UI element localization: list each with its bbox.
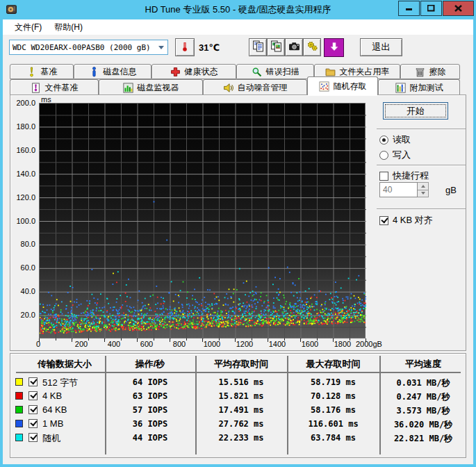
temperature-value: 31℃ bbox=[199, 42, 220, 53]
radio-unselected-icon bbox=[379, 151, 388, 160]
spinner-buttons bbox=[418, 182, 429, 197]
thermometer-icon bbox=[180, 41, 190, 54]
table-row: 64 KB 57 IOPS 17.491 ms 58.176 ms 3.573 … bbox=[10, 404, 466, 418]
menubar: 文件(F) 帮助(H) bbox=[3, 19, 473, 35]
copy-image-button[interactable] bbox=[267, 38, 285, 56]
tab-row-1: 基准 磁盘信息 健康状态 错误扫描 文件夹占用率 擦除 bbox=[10, 64, 460, 79]
results-table: 传输数据大小 操作/秒 平均存取时间 最大存取时间 平均速度 512 字节 64… bbox=[10, 353, 466, 458]
series-checkbox[interactable] bbox=[28, 405, 38, 414]
tab-error-scan[interactable]: 错误扫描 bbox=[236, 64, 314, 79]
camera-icon bbox=[288, 40, 300, 54]
titlebar: HD Tune 专业版 5.50 - 硬盘/固态硬盘实用程序 bbox=[0, 0, 476, 19]
series-color-swatch bbox=[15, 420, 23, 427]
magnifier-icon bbox=[252, 67, 262, 77]
y-tick-label: 40.0 bbox=[21, 287, 35, 295]
start-button[interactable]: 开始 bbox=[383, 102, 448, 120]
series-checkbox[interactable] bbox=[28, 391, 38, 400]
separator bbox=[377, 165, 466, 166]
short-stroke-checkbox[interactable]: 快捷行程 bbox=[379, 170, 429, 182]
options-button[interactable] bbox=[303, 38, 321, 56]
tab-benchmark[interactable]: 基准 bbox=[10, 64, 74, 79]
col-header-transfer-size: 传输数据大小 bbox=[24, 358, 105, 370]
checkbox-unchecked-icon bbox=[379, 172, 388, 181]
y-tick-label: 100.0 bbox=[16, 217, 35, 225]
write-radio[interactable]: 写入 bbox=[379, 149, 411, 161]
copy-text-button[interactable] bbox=[249, 38, 267, 56]
menu-file[interactable]: 文件(F) bbox=[8, 20, 48, 35]
info-icon bbox=[89, 67, 99, 77]
series-color-swatch bbox=[15, 434, 23, 441]
exit-button[interactable]: 退出 bbox=[360, 38, 402, 56]
short-stroke-unit: gB bbox=[445, 185, 457, 195]
short-stroke-size-field: 40 gB bbox=[379, 182, 457, 197]
update-button[interactable] bbox=[324, 38, 344, 57]
screenshot-button[interactable] bbox=[285, 38, 303, 56]
drive-select-value: WDC WD20EARX-00PASB0 (2000 gB) bbox=[13, 43, 151, 52]
app-window: HD Tune 专业版 5.50 - 硬盘/固态硬盘实用程序 文件(F) 帮助(… bbox=[0, 0, 476, 467]
radio-selected-icon bbox=[379, 136, 388, 145]
maximize-button[interactable] bbox=[420, 1, 442, 16]
tab-row-2: 文件基准 磁盘监视器 自动噪音管理 随机存取 附加测试 bbox=[10, 79, 460, 95]
spin-up-button[interactable] bbox=[418, 183, 428, 190]
y-tick-label: 20.0 bbox=[21, 311, 35, 319]
series-checkbox[interactable] bbox=[28, 419, 38, 428]
series-checkbox[interactable] bbox=[28, 433, 38, 442]
minimize-button[interactable] bbox=[398, 1, 420, 16]
short-stroke-size-input[interactable]: 40 bbox=[379, 182, 418, 197]
copy-image-icon bbox=[270, 40, 282, 54]
separator bbox=[377, 208, 466, 210]
x-axis-labels: 0200400600800100012001400160018002000gB bbox=[39, 340, 386, 350]
tab-random-access[interactable]: 随机存取 bbox=[307, 76, 378, 95]
table-row: 512 字节 64 IOPS 15.516 ms 58.719 ms 0.031… bbox=[10, 376, 466, 390]
trash-icon bbox=[415, 67, 425, 77]
chevron-down-icon[interactable] bbox=[155, 41, 167, 54]
series-color-swatch bbox=[15, 406, 23, 413]
tab-extra-tests[interactable]: 附加测试 bbox=[378, 79, 460, 95]
exclamation-icon bbox=[26, 67, 37, 77]
tab-disk-monitor[interactable]: 磁盘监视器 bbox=[99, 79, 203, 95]
folder-icon bbox=[325, 67, 336, 77]
y-axis-labels: 20.040.060.080.0100.0120.0140.0160.0180.… bbox=[10, 103, 37, 338]
table-row: 4 KB 63 IOPS 15.821 ms 70.128 ms 0.247 M… bbox=[10, 390, 466, 404]
tab-disk-info[interactable]: 磁盘信息 bbox=[74, 64, 151, 79]
close-button[interactable] bbox=[443, 1, 474, 16]
checkbox-checked-icon bbox=[379, 216, 388, 225]
x-tick-label: 0 bbox=[36, 340, 50, 348]
tab-health[interactable]: 健康状态 bbox=[151, 64, 236, 79]
random-access-panel: ms 20.040.060.080.0100.0120.0140.0160.01… bbox=[10, 95, 466, 351]
file-exclamation-icon bbox=[31, 83, 41, 93]
read-radio[interactable]: 读取 bbox=[379, 133, 411, 146]
y-tick-label: 60.0 bbox=[21, 263, 35, 272]
series-color-swatch bbox=[15, 392, 23, 400]
table-row: 1 MB 36 IOPS 27.762 ms 116.601 ms 36.020… bbox=[10, 418, 466, 432]
y-tick-label: 200.0 bbox=[16, 99, 35, 107]
options-gears-icon bbox=[306, 40, 318, 54]
tab-file-benchmark[interactable]: 文件基准 bbox=[10, 79, 99, 95]
temperature-button[interactable] bbox=[175, 38, 195, 56]
tab-erase[interactable]: 擦除 bbox=[400, 64, 460, 79]
header-divider bbox=[16, 372, 461, 373]
y-tick-label: 180.0 bbox=[16, 122, 35, 131]
tab-aam[interactable]: 自动噪音管理 bbox=[203, 79, 307, 95]
align-4kb-checkbox[interactable]: 4 KB 对齐 bbox=[379, 214, 433, 227]
y-tick-label: 160.0 bbox=[16, 146, 35, 154]
extra-tests-icon bbox=[395, 83, 406, 93]
spin-down-button[interactable] bbox=[418, 190, 428, 197]
y-tick-label: 80.0 bbox=[21, 240, 35, 248]
col-header-max-access: 最大存取时间 bbox=[287, 358, 379, 370]
scatter-dots-icon bbox=[319, 81, 329, 92]
speaker-icon bbox=[223, 83, 233, 93]
series-checkbox[interactable] bbox=[28, 377, 38, 386]
menu-help[interactable]: 帮助(H) bbox=[48, 20, 89, 35]
copy-text-icon bbox=[252, 40, 264, 54]
y-tick-label: 120.0 bbox=[16, 193, 35, 202]
health-cross-icon bbox=[170, 67, 181, 77]
col-header-iops: 操作/秒 bbox=[105, 358, 195, 370]
drive-select-dropdown[interactable]: WDC WD20EARX-00PASB0 (2000 gB) bbox=[9, 40, 168, 55]
x-tick-label: 2000gB bbox=[356, 340, 395, 348]
y-tick-label: 140.0 bbox=[16, 170, 35, 178]
table-row: 随机 44 IOPS 22.233 ms 63.784 ms 22.821 MB… bbox=[10, 432, 466, 445]
col-header-avg-speed: 平均速度 bbox=[379, 358, 467, 370]
separator bbox=[377, 129, 466, 130]
series-color-swatch bbox=[15, 378, 23, 386]
